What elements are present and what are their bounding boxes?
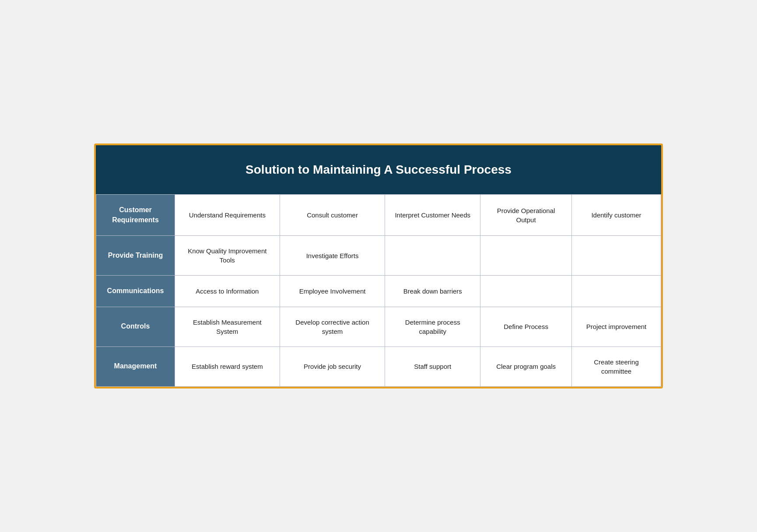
row-header-customer-requirements: Customer Requirements [96,195,175,236]
cell-management-2: Staff support [385,346,480,386]
cell-communications-3 [480,276,572,307]
cell-provide-training-4 [572,236,661,276]
cell-controls-0: Establish Measurement System [175,307,280,346]
cell-provide-training-1: Investigate Efforts [280,236,385,276]
cell-customer-requirements-4: Identify customer [572,195,661,236]
table-container: Customer RequirementsUnderstand Requirem… [96,194,661,386]
header: Solution to Maintaining A Successful Pro… [96,145,661,194]
cell-customer-requirements-3: Provide Operational Output [480,195,572,236]
cell-controls-1: Develop corrective action system [280,307,385,346]
cell-management-3: Clear program goals [480,346,572,386]
cell-controls-2: Determine process capability [385,307,480,346]
cell-provide-training-2 [385,236,480,276]
main-table: Customer RequirementsUnderstand Requirem… [96,194,661,386]
page-title: Solution to Maintaining A Successful Pro… [105,163,652,177]
row-header-provide-training: Provide Training [96,236,175,276]
cell-management-1: Provide job security [280,346,385,386]
row-header-communications: Communications [96,276,175,307]
row-header-management: Management [96,346,175,386]
cell-customer-requirements-2: Interpret Customer Needs [385,195,480,236]
table-row-management: ManagementEstablish reward systemProvide… [96,346,661,386]
cell-management-4: Create steering committee [572,346,661,386]
row-header-controls: Controls [96,307,175,346]
table-row-provide-training: Provide TrainingKnow Quality Improvement… [96,236,661,276]
cell-communications-4 [572,276,661,307]
table-row-customer-requirements: Customer RequirementsUnderstand Requirem… [96,195,661,236]
cell-customer-requirements-1: Consult customer [280,195,385,236]
table-row-communications: CommunicationsAccess to InformationEmplo… [96,276,661,307]
cell-controls-4: Project improvement [572,307,661,346]
cell-management-0: Establish reward system [175,346,280,386]
cell-communications-2: Break down barriers [385,276,480,307]
cell-communications-0: Access to Information [175,276,280,307]
table-row-controls: ControlsEstablish Measurement SystemDeve… [96,307,661,346]
cell-provide-training-0: Know Quality Improvement Tools [175,236,280,276]
cell-customer-requirements-0: Understand Requirements [175,195,280,236]
main-container: Solution to Maintaining A Successful Pro… [94,144,663,388]
cell-provide-training-3 [480,236,572,276]
cell-communications-1: Employee Involvement [280,276,385,307]
cell-controls-3: Define Process [480,307,572,346]
